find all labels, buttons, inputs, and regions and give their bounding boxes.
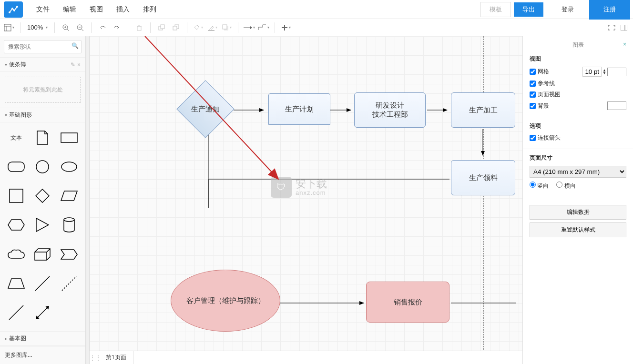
zoom-level[interactable]: 100%	[25, 24, 50, 31]
shape-text[interactable]: 文本	[5, 128, 28, 147]
stepper-icon[interactable]: ▲▼	[602, 69, 606, 74]
search-input[interactable]	[4, 40, 82, 53]
zoom-in-icon[interactable]	[60, 21, 72, 34]
close-panel-icon[interactable]: ×	[623, 41, 626, 48]
background-color-swatch[interactable]	[607, 101, 626, 110]
menu-file[interactable]: 文件	[36, 5, 50, 14]
scratchpad-dropzone[interactable]: 将元素拖到此处	[5, 77, 81, 103]
reset-style-button[interactable]: 重置默认样式	[530, 222, 626, 237]
basic-diagram-header[interactable]: 基本图	[0, 331, 85, 346]
svg-rect-21	[208, 30, 214, 31]
shape-step[interactable]	[58, 245, 81, 264]
guides-checkbox[interactable]: 参考线	[530, 80, 555, 88]
svg-point-1	[11, 8, 13, 10]
shape-bi-arrow[interactable]	[31, 303, 54, 322]
app-logo[interactable]	[4, 1, 23, 18]
connector-style-icon[interactable]	[243, 21, 255, 34]
options-section-head: 选项	[530, 122, 626, 130]
insert-icon[interactable]	[280, 21, 292, 34]
page-view-checkbox[interactable]: 页面视图	[530, 91, 561, 99]
shape-rectangle[interactable]	[58, 128, 81, 147]
background-checkbox[interactable]: 背景	[530, 102, 549, 110]
shadow-icon[interactable]	[221, 21, 233, 34]
shape-rounded-rect[interactable]	[5, 157, 28, 176]
login-button[interactable]: 登录	[553, 2, 582, 17]
svg-rect-30	[8, 162, 24, 172]
basic-shapes-header[interactable]: 基础图形	[0, 108, 85, 122]
grid-color-swatch[interactable]	[607, 68, 626, 76]
shape-square[interactable]	[5, 186, 28, 205]
landscape-radio[interactable]: 横向	[556, 182, 575, 190]
node-customer-mgmt[interactable]: 客户管理（维护与跟踪）	[171, 270, 280, 332]
page-size-select[interactable]: A4 (210 mm x 297 mm)	[530, 166, 626, 178]
shape-cylinder[interactable]	[58, 215, 81, 234]
undo-icon[interactable]	[96, 21, 109, 34]
node-production-process[interactable]: 生产加工	[451, 92, 515, 128]
template-button[interactable]: 模板	[480, 2, 511, 17]
shape-cloud[interactable]	[5, 245, 28, 264]
shape-parallelogram[interactable]	[58, 186, 81, 205]
svg-rect-14	[137, 26, 141, 30]
menu-edit[interactable]: 编辑	[63, 5, 76, 14]
svg-rect-18	[161, 25, 164, 29]
page-tab-1[interactable]: 第1页面	[99, 351, 133, 364]
shape-trapezoid[interactable]	[5, 274, 28, 293]
svg-rect-27	[621, 25, 627, 30]
svg-line-38	[36, 306, 49, 319]
menu-view[interactable]: 视图	[90, 5, 103, 14]
portrait-radio[interactable]: 竖向	[530, 182, 549, 190]
shape-diamond[interactable]	[31, 186, 54, 205]
svg-rect-4	[4, 24, 11, 31]
fill-color-icon[interactable]	[192, 21, 204, 34]
view-section-head: 视图	[530, 55, 626, 63]
node-production-plan[interactable]: 生产计划	[268, 93, 330, 125]
close-scratchpad-icon[interactable]: ×	[77, 61, 81, 68]
panel-title: 图表	[572, 41, 584, 48]
svg-rect-23	[223, 25, 227, 29]
diagram-canvas[interactable]: 生产通知 生产计划 研发设计 技术工程部 生产加工 生产领料 客户管理（维护与跟…	[90, 36, 522, 364]
shape-page[interactable]	[31, 128, 54, 147]
shape-ellipse[interactable]	[58, 157, 81, 176]
node-production-pick[interactable]: 生产领料	[451, 160, 515, 195]
left-splitter[interactable]	[86, 36, 90, 364]
export-button[interactable]: 导出	[514, 2, 543, 17]
page-size-head: 页面尺寸	[530, 154, 626, 162]
svg-line-36	[62, 276, 76, 291]
tab-drag-handle[interactable]: ⋮⋮	[90, 354, 99, 361]
fullscreen-icon[interactable]	[605, 21, 618, 34]
shape-triangle[interactable]	[31, 215, 54, 234]
shape-circle[interactable]	[31, 157, 54, 176]
line-color-icon[interactable]	[206, 21, 219, 34]
waypoint-style-icon[interactable]	[257, 21, 270, 34]
svg-line-12	[82, 29, 83, 31]
shape-line2[interactable]	[5, 303, 28, 322]
to-back-icon[interactable]	[170, 21, 182, 34]
shape-hexagon[interactable]	[5, 215, 28, 234]
format-panel-icon[interactable]	[618, 21, 630, 34]
svg-point-34	[64, 218, 74, 222]
node-sales-quote[interactable]: 销售报价	[366, 282, 449, 323]
zoom-out-icon[interactable]	[74, 21, 86, 34]
shape-dashed-line[interactable]	[58, 274, 81, 293]
delete-icon[interactable]	[133, 21, 145, 34]
more-shapes-button[interactable]: 更多图库...	[0, 346, 85, 364]
edit-data-button[interactable]: 编辑数据	[530, 205, 626, 220]
to-front-icon[interactable]	[155, 21, 168, 34]
shape-line[interactable]	[31, 274, 54, 293]
scratchpad-header[interactable]: 便条簿 ✎ ×	[0, 57, 85, 72]
shape-cube[interactable]	[31, 245, 54, 264]
grid-size-input[interactable]	[582, 67, 602, 77]
pencil-icon[interactable]: ✎	[71, 61, 75, 68]
page-layout-button[interactable]	[3, 21, 15, 34]
register-button[interactable]: 注册	[589, 0, 630, 20]
grid-checkbox[interactable]: 网格	[530, 68, 549, 76]
search-icon[interactable]: 🔍	[71, 42, 79, 49]
node-rd-dept[interactable]: 研发设计 技术工程部	[354, 92, 426, 128]
menu-insert[interactable]: 插入	[116, 5, 130, 14]
svg-line-37	[9, 305, 23, 320]
redo-icon[interactable]	[111, 21, 123, 34]
svg-point-0	[9, 11, 10, 13]
connect-arrows-checkbox[interactable]: 连接箭头	[530, 134, 561, 142]
svg-point-32	[61, 162, 77, 172]
menu-arrange[interactable]: 排列	[143, 5, 156, 14]
